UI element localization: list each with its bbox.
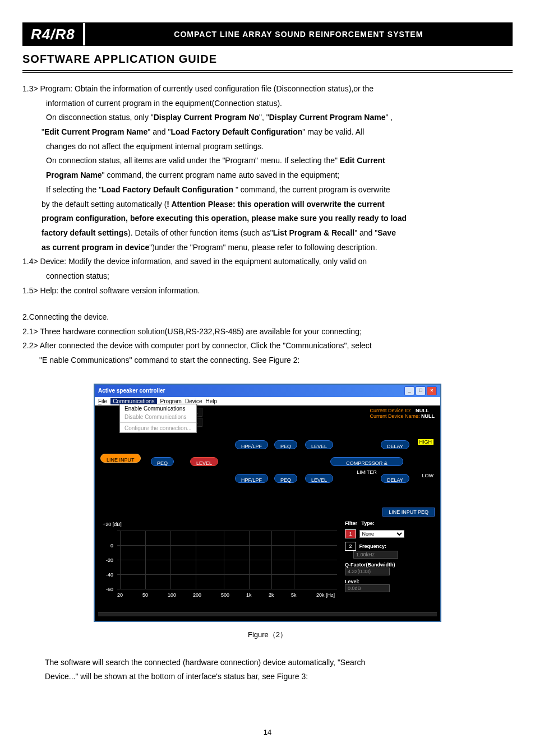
titlebar: Active speaker controller _ □ ×	[95, 385, 440, 397]
filter-2-button[interactable]: 2	[345, 542, 356, 551]
line-input-chip: LINE INPUT	[100, 454, 141, 463]
app-window: Active speaker controller _ □ × File Com…	[94, 384, 441, 622]
level-chip-low[interactable]: LEVEL	[305, 474, 333, 483]
closing-text: The software will search the connected (…	[22, 657, 513, 683]
qfactor-input[interactable]: 4.32(0.33)	[345, 568, 390, 575]
model-label: R4/R8	[23, 23, 83, 45]
menu-configure-conn: Configure the connection...	[120, 424, 196, 432]
close-icon[interactable]: ×	[427, 386, 437, 395]
communications-dropdown: Enable Communications Disable Communicat…	[119, 404, 197, 433]
filter-1-button[interactable]: 1	[345, 529, 356, 538]
level-chip-high[interactable]: LEVEL	[305, 440, 333, 449]
peq-chip-low[interactable]: PEQ	[274, 474, 297, 483]
high-label: HIGH	[418, 439, 434, 445]
peq-chip-high[interactable]: PEQ	[274, 440, 297, 449]
page-number: 14	[22, 728, 513, 736]
type-label: Type:	[362, 520, 375, 526]
status-bar	[98, 612, 437, 616]
type-select[interactable]: None	[359, 530, 404, 538]
frequency-input[interactable]: 1.00kHz	[353, 551, 398, 559]
low-label: LOW	[422, 473, 433, 478]
compressor-limiter-chip[interactable]: COMPRESSOR & LIMITER	[330, 457, 403, 466]
level-chip-input[interactable]: LEVEL	[190, 457, 218, 466]
figure-caption: Figure（2）	[22, 630, 513, 640]
peq-chip[interactable]: PEQ	[151, 457, 174, 466]
level-input[interactable]: 0.0dB	[345, 584, 390, 592]
body-text: 1.3> Program: Obtain the information of …	[22, 83, 513, 367]
devname-label: Current Device Name:	[370, 413, 419, 419]
hpf-lpf-chip-low[interactable]: HPF/LPF	[235, 474, 268, 483]
peq-controls: Filter Type: 1 None 2 Frequency: 1.00kHz…	[345, 520, 435, 599]
frequency-label: Frequency:	[359, 543, 387, 549]
signal-flow: LINE INPUT PEQ LEVEL HPF/LPF PEQ LEVEL D…	[95, 429, 440, 508]
menu-disable-comm: Disable Communications	[120, 413, 196, 421]
delay-chip-high[interactable]: DELAY	[381, 440, 409, 449]
section-title: SOFTWARE APPLICATION GUIDE	[22, 53, 513, 67]
peq-chart: +20 [dB] 0 -20 -40 -60 20 50 100 200 500…	[100, 520, 337, 599]
panel-title: LINE INPUT PEQ	[382, 508, 435, 517]
menu-file[interactable]: File	[98, 398, 107, 404]
header-bar: R4/R8 COMPACT LINE ARRAY SOUND REINFORCE…	[22, 22, 513, 46]
delay-chip-low[interactable]: DELAY	[381, 474, 409, 483]
menu-help[interactable]: Help	[206, 398, 218, 404]
figure-2-screenshot: Active speaker controller _ □ × File Com…	[94, 384, 441, 622]
maximize-icon[interactable]: □	[416, 386, 426, 395]
minimize-icon[interactable]: _	[404, 386, 414, 395]
devid-label: Current Device ID:	[370, 408, 411, 413]
filter-label: Filter	[345, 520, 357, 526]
header-title: COMPACT LINE ARRAY SOUND REINFORCEMENT S…	[85, 23, 512, 45]
qfactor-label: Q-Factor(Bandwidth)	[345, 562, 395, 568]
menu-enable-comm[interactable]: Enable Communications	[120, 404, 196, 413]
hpf-lpf-chip-high[interactable]: HPF/LPF	[235, 440, 268, 449]
level-label: Level:	[345, 579, 359, 584]
window-title: Active speaker controller	[98, 388, 165, 394]
